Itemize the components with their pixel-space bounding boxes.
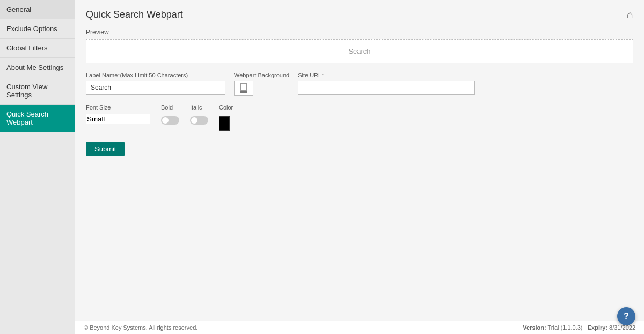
page-title-row: Quick Search Webpart ⌂ [86, 9, 633, 21]
sidebar: General Exclude Options Global Filters A… [0, 0, 75, 334]
svg-rect-1 [240, 91, 247, 93]
home-icon[interactable]: ⌂ [627, 9, 633, 21]
bold-label: Bold [161, 104, 179, 111]
preview-label: Preview [86, 28, 633, 36]
italic-label: Italic [190, 104, 208, 111]
italic-group: Italic [190, 104, 208, 125]
footer: © Beyond Key Systems. All rights reserve… [75, 321, 644, 334]
bold-group: Bold [161, 104, 179, 125]
webpart-bg-label: Webpart Background [234, 72, 289, 78]
submit-button[interactable]: Submit [86, 142, 125, 156]
sidebar-item-exclude-options[interactable]: Exclude Options [0, 19, 75, 39]
font-size-input[interactable] [86, 114, 150, 124]
sidebar-item-about-me-settings[interactable]: About Me Settings [0, 58, 75, 77]
sidebar-item-quick-search-webpart[interactable]: Quick Search Webpart [0, 105, 75, 132]
sidebar-item-global-filters[interactable]: Global Filters [0, 39, 75, 58]
footer-version-info: Version: Trial (1.1.0.3) Expiry: 8/31/20… [523, 324, 635, 331]
preview-search-text: Search [348, 47, 370, 55]
label-name-group: Label Name*(Max Limit 50 Characters) [86, 72, 225, 95]
color-label: Color [219, 104, 233, 111]
form-row-top: Label Name*(Max Limit 50 Characters) Web… [86, 72, 633, 96]
svg-rect-0 [241, 83, 246, 91]
preview-box: Search [86, 39, 633, 63]
main-content: Quick Search Webpart ⌂ Preview Search La… [75, 0, 644, 334]
italic-slider [190, 116, 208, 125]
expiry-label: Expiry: [588, 324, 608, 331]
site-url-input[interactable] [298, 81, 475, 95]
footer-copyright: © Beyond Key Systems. All rights reserve… [84, 324, 197, 331]
label-name-label: Label Name*(Max Limit 50 Characters) [86, 72, 225, 78]
font-size-label: Font Size [86, 104, 150, 111]
bold-slider [161, 116, 179, 125]
font-size-group: Font Size [86, 104, 150, 124]
sidebar-item-custom-view-settings[interactable]: Custom View Settings [0, 77, 75, 105]
webpart-bg-group: Webpart Background [234, 72, 289, 96]
help-button[interactable]: ? [617, 307, 635, 325]
site-url-label: Site URL* [298, 72, 475, 78]
color-swatch[interactable] [219, 116, 230, 131]
expiry-value: 8/31/2022 [609, 324, 635, 331]
site-url-group: Site URL* [298, 72, 475, 95]
label-name-input[interactable] [86, 81, 225, 95]
version-label: Version: [523, 324, 546, 331]
sidebar-item-general[interactable]: General [0, 0, 75, 19]
bold-toggle[interactable] [161, 116, 179, 125]
webpart-bg-swatch[interactable] [234, 81, 253, 96]
italic-toggle[interactable] [190, 116, 208, 125]
version-value: Trial (1.1.0.3) [548, 324, 583, 331]
color-group: Color [219, 104, 233, 131]
page-title: Quick Search Webpart [86, 9, 183, 20]
webpart-bg-icon [240, 83, 247, 93]
content-area: Quick Search Webpart ⌂ Preview Search La… [75, 0, 644, 321]
form-row-props: Font Size Bold Italic [86, 104, 633, 131]
